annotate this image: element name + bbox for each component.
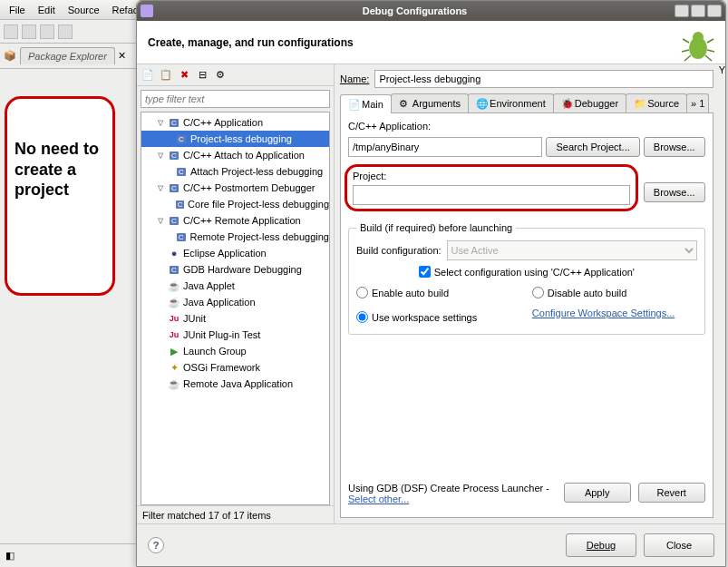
tree-item[interactable]: CProject-less debugging [141,131,329,147]
tab-overflow[interactable]: »1 [686,93,709,112]
tab-environment[interactable]: 🌐Environment [468,93,554,112]
eclipse-icon [141,5,153,17]
tree-item[interactable]: CRemote Project-less debugging [141,229,329,245]
tree-item[interactable]: ●Eclipse Application [141,245,329,261]
config-type-icon: C [175,198,185,210]
select-other-launcher-link[interactable]: Select other... [348,494,409,504]
close-window-button[interactable] [707,5,722,17]
package-explorer-tab[interactable]: 📦 Package Explorer ✕ [0,44,140,69]
debug-button[interactable]: Debug [566,533,636,557]
collapse-all-icon[interactable]: ⊟ [195,68,209,83]
run-icon[interactable] [58,24,73,39]
tab-main[interactable]: 📄Main [340,94,392,113]
config-type-icon: ☕ [168,296,180,308]
browse-project-button[interactable]: Browse... [644,182,705,202]
tree-toolbar: 📄 📋 ✖ ⊟ ⚙ [137,64,334,86]
dialog-titlebar[interactable]: Debug Configurations [137,1,725,21]
dialog-footer: ? Debug Close [137,523,725,566]
header-title: Create, manage, and run configurations [148,36,354,49]
enable-auto-build-radio[interactable]: Enable auto build [356,287,521,298]
tree-item-label: Remote Project-less debugging [190,231,329,242]
revert-button[interactable]: Revert [638,483,705,503]
select-config-checkbox[interactable] [419,266,431,278]
svg-line-3 [707,39,713,43]
dialog-header: Create, manage, and run configurations [137,21,725,64]
tree-item[interactable]: JuJUnit Plug-in Test [141,327,329,343]
menu-file[interactable]: File [4,3,31,17]
use-workspace-radio[interactable]: Use workspace settings [356,311,521,323]
tree-item[interactable]: CCore file Project-less debugging [141,196,329,212]
config-type-icon: ☕ [168,377,180,390]
tree-item-label: Java Application [183,297,256,308]
build-group: Build (if required) before launching Bui… [348,222,705,335]
expander-icon[interactable]: ▽ [156,217,165,225]
expander-icon[interactable]: ▽ [156,152,165,160]
launcher-row: Using GDB (DSF) Create Process Launcher … [348,477,705,510]
tree-item-label: Core file Project-less debugging [188,199,329,210]
tab-source[interactable]: 📁Source [626,93,687,112]
tree-item[interactable]: ▽CC/C++ Postmortem Debugger [141,180,329,196]
duplicate-config-icon[interactable]: 📋 [159,68,173,83]
browse-app-button[interactable]: Browse... [644,137,705,157]
perspective-icon[interactable]: ◧ [5,550,15,562]
maximize-button[interactable] [691,5,705,17]
config-name-input[interactable] [374,70,713,88]
svg-line-4 [682,50,689,52]
tab-arguments-label: Arguments [413,98,461,109]
tree-item-label: C/C++ Attach to Application [183,150,305,161]
config-type-icon: C [168,263,180,276]
package-explorer-icon: 📦 [4,50,16,62]
filter-icon[interactable]: ⚙ [213,68,228,83]
menu-source[interactable]: Source [63,3,105,17]
debug-configurations-dialog: Debug Configurations Create, manage, and… [136,0,726,567]
tree-item[interactable]: ✦OSGi Framework [141,359,329,376]
new-icon[interactable] [4,24,18,39]
close-view-icon[interactable]: ✕ [118,50,126,62]
new-config-icon[interactable]: 📄 [141,68,155,83]
tab-source-label: Source [647,98,679,109]
menu-edit[interactable]: Edit [33,3,61,17]
menu-bar: File Edit Source Refact [0,0,140,20]
tree-item[interactable]: ▽CC/C++ Attach to Application [141,147,329,163]
tree-item[interactable]: ☕Java Application [141,294,329,310]
project-input[interactable] [353,185,630,205]
tree-item[interactable]: ☕Remote Java Application [141,376,329,392]
tree-item[interactable]: CAttach Project-less debugging [141,163,329,180]
tab-debugger[interactable]: 🐞Debugger [553,93,626,112]
tree-item[interactable]: JuJUnit [141,310,329,327]
config-type-icon: Ju [168,328,180,341]
tab-bar: 📄Main ⚙Arguments 🌐Environment 🐞Debugger … [340,93,713,113]
annotation-callout: No need to create a project [5,96,115,296]
search-project-button[interactable]: Search Project... [546,137,639,157]
tree-item[interactable]: ▽CC/C++ Application [141,114,329,131]
project-field-annotation: Project: [345,164,638,211]
tab-arguments[interactable]: ⚙Arguments [391,93,469,112]
disable-auto-build-radio[interactable]: Disable auto build [532,287,697,298]
svg-point-1 [693,32,704,43]
config-tree-panel: 📄 📋 ✖ ⊟ ⚙ ▽CC/C++ ApplicationCProject-le… [137,64,335,523]
config-type-icon: C [175,132,188,145]
help-icon[interactable]: ? [148,537,164,553]
apply-button[interactable]: Apply [564,483,631,503]
close-button[interactable]: Close [644,533,714,557]
config-tree[interactable]: ▽CC/C++ ApplicationCProject-less debuggi… [141,112,330,505]
configure-workspace-link[interactable]: Configure Workspace Settings... [532,308,697,327]
save-icon[interactable] [22,24,36,39]
minimize-button[interactable] [675,5,689,17]
filter-field-wrap [141,90,330,108]
main-tab-content: C/C++ Application: Search Project... Bro… [340,113,713,518]
dialog-title: Debug Configurations [157,5,673,16]
config-type-icon: C [175,165,188,178]
app-path-input[interactable] [348,137,542,157]
filter-input[interactable] [141,90,330,108]
config-type-icon: C [168,116,180,129]
tree-item[interactable]: ☕Java Applet [141,278,329,294]
expander-icon[interactable]: ▽ [156,184,165,192]
debug-icon[interactable] [40,24,54,39]
delete-config-icon[interactable]: ✖ [177,68,191,83]
tree-item[interactable]: ▽CC/C++ Remote Application [141,212,329,229]
config-type-icon: C [168,181,180,194]
tree-item[interactable]: CGDB Hardware Debugging [141,261,329,278]
expander-icon[interactable]: ▽ [156,119,165,127]
tree-item[interactable]: ▶Launch Group [141,343,329,359]
